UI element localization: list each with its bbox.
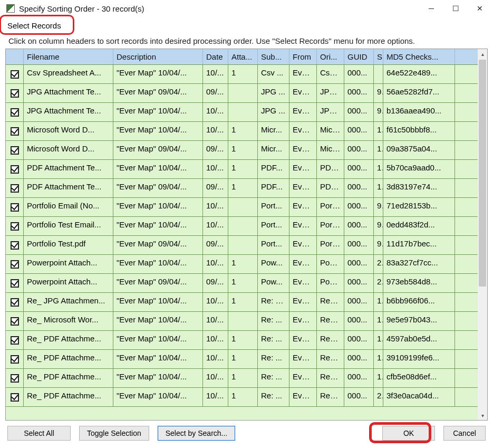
scroll-down-icon[interactable]: ▾ xyxy=(478,411,487,420)
header-md5[interactable]: MD5 Checks... xyxy=(383,49,455,64)
table-row[interactable]: Portfolio Test.pdf"Ever Map" 09/04/...09… xyxy=(6,236,487,255)
row-checkbox-cell[interactable] xyxy=(6,122,24,140)
maximize-button[interactable]: ☐ xyxy=(443,1,468,16)
table-row[interactable]: Powerpoint Attach..."Ever Map" 09/04/...… xyxy=(6,274,487,293)
checkbox-icon[interactable] xyxy=(11,203,19,212)
checkbox-icon[interactable] xyxy=(11,222,19,231)
checkbox-icon[interactable] xyxy=(11,374,19,383)
table-row[interactable]: JPG Attachment Te..."Ever Map" 09/04/...… xyxy=(6,84,487,103)
cell-md5: 3f3e0aca04d... xyxy=(383,388,455,406)
checkbox-icon[interactable] xyxy=(11,279,19,288)
cell-filename: Portfolio Test Email... xyxy=(24,217,113,235)
cell-filename: Re_ PDF Attachme... xyxy=(24,388,113,406)
row-checkbox-cell[interactable] xyxy=(6,198,24,216)
header-filename[interactable]: Filename xyxy=(24,49,113,64)
row-checkbox-cell[interactable] xyxy=(6,369,24,387)
row-checkbox-cell[interactable] xyxy=(6,255,24,273)
table-row[interactable]: Re_ JPG Attachmen..."Ever Map" 10/04/...… xyxy=(6,293,487,312)
table-row[interactable]: PDF Attachment Te..."Ever Map" 10/04/...… xyxy=(6,160,487,179)
table-row[interactable]: Portfolio Email (No..."Ever Map" 10/04/.… xyxy=(6,198,487,217)
checkbox-icon[interactable] xyxy=(11,241,19,250)
cell-original: Csv ... xyxy=(317,65,344,83)
header-from[interactable]: From xyxy=(289,49,317,64)
row-checkbox-cell[interactable] xyxy=(6,65,24,83)
cell-original: Micr... xyxy=(317,122,344,140)
checkbox-icon[interactable] xyxy=(11,393,19,402)
cell-md5: 71ed28153b... xyxy=(383,198,455,216)
table-row[interactable]: Microsoft Word D..."Ever Map" 09/04/...0… xyxy=(6,141,487,160)
select-by-search-button[interactable]: Select by Search... xyxy=(158,426,236,441)
header-subject[interactable]: Sub... xyxy=(258,49,289,64)
close-button[interactable]: ✕ xyxy=(468,1,492,16)
select-all-button[interactable]: Select All xyxy=(7,426,71,441)
grid-body[interactable]: Csv Spreadsheet A..."Ever Map" 10/04/...… xyxy=(6,65,487,420)
header-checkbox-col[interactable] xyxy=(6,49,24,64)
table-row[interactable]: Portfolio Test Email..."Ever Map" 10/04/… xyxy=(6,217,487,236)
header-s[interactable]: S xyxy=(374,49,383,64)
table-row[interactable]: Powerpoint Attach..."Ever Map" 10/04/...… xyxy=(6,255,487,274)
header-description[interactable]: Description xyxy=(113,49,203,64)
table-row[interactable]: PDF Attachment Te..."Ever Map" 09/04/...… xyxy=(6,179,487,198)
cell-guid: 000... xyxy=(344,350,374,368)
row-checkbox-cell[interactable] xyxy=(6,103,24,121)
header-attachment[interactable]: Atta... xyxy=(228,49,258,64)
checkbox-icon[interactable] xyxy=(11,336,19,345)
table-row[interactable]: Microsoft Word D..."Ever Map" 10/04/...1… xyxy=(6,122,487,141)
cell-subject: Pow... xyxy=(258,274,289,292)
row-checkbox-cell[interactable] xyxy=(6,236,24,254)
table-row[interactable]: Re_ Microsoft Wor..."Ever Map" 10/04/...… xyxy=(6,312,487,331)
cell-original: Re_ ... xyxy=(317,312,344,330)
table-row[interactable]: Re_ PDF Attachme..."Ever Map" 10/04/...1… xyxy=(6,388,487,407)
row-checkbox-cell[interactable] xyxy=(6,350,24,368)
row-checkbox-cell[interactable] xyxy=(6,84,24,102)
row-checkbox-cell[interactable] xyxy=(6,217,24,235)
cell-date: 10/... xyxy=(203,388,228,406)
table-row[interactable]: Re_ PDF Attachme..."Ever Map" 10/04/...1… xyxy=(6,331,487,350)
ok-button[interactable]: OK xyxy=(382,426,435,441)
checkbox-icon[interactable] xyxy=(11,127,19,136)
checkbox-icon[interactable] xyxy=(11,108,19,117)
toggle-selection-button[interactable]: Toggle Selection xyxy=(79,426,149,441)
checkbox-icon[interactable] xyxy=(11,70,19,79)
row-checkbox-cell[interactable] xyxy=(6,312,24,330)
checkbox-icon[interactable] xyxy=(11,165,19,174)
checkbox-icon[interactable] xyxy=(11,260,19,269)
row-checkbox-cell[interactable] xyxy=(6,388,24,406)
cancel-button[interactable]: Cancel xyxy=(443,426,486,441)
row-checkbox-cell[interactable] xyxy=(6,274,24,292)
checkbox-icon[interactable] xyxy=(11,89,19,98)
header-original[interactable]: Ori... xyxy=(317,49,344,64)
scroll-up-icon[interactable]: ▴ xyxy=(478,49,487,59)
cell-guid: 000... xyxy=(344,141,374,159)
table-row[interactable]: Re_ PDF Attachme..."Ever Map" 10/04/...1… xyxy=(6,369,487,388)
menu-select-records[interactable]: Select Records xyxy=(2,18,66,33)
vertical-scrollbar[interactable]: ▴ ▾ xyxy=(478,49,487,420)
cell-from: Ever... xyxy=(289,122,317,140)
checkbox-icon[interactable] xyxy=(11,298,19,307)
cell-original: Re_ ... xyxy=(317,369,344,387)
minimize-button[interactable]: ─ xyxy=(419,1,443,16)
cell-original: PDF... xyxy=(317,179,344,197)
checkbox-icon[interactable] xyxy=(11,146,19,155)
checkbox-icon[interactable] xyxy=(11,317,19,326)
cell-date: 10/... xyxy=(203,65,228,83)
table-row[interactable]: JPG Attachment Te..."Ever Map" 10/04/...… xyxy=(6,103,487,122)
cell-attachment: 1 xyxy=(228,274,258,292)
cell-attachment: 1 xyxy=(228,388,258,406)
row-checkbox-cell[interactable] xyxy=(6,331,24,349)
header-date[interactable]: Date xyxy=(203,49,228,64)
cell-guid: 000... xyxy=(344,179,374,197)
row-checkbox-cell[interactable] xyxy=(6,141,24,159)
header-guid[interactable]: GUID xyxy=(344,49,374,64)
cell-from: Ever... xyxy=(289,312,317,330)
checkbox-icon[interactable] xyxy=(11,355,19,364)
row-checkbox-cell[interactable] xyxy=(6,293,24,311)
cell-s: 1 xyxy=(374,179,383,197)
checkbox-icon[interactable] xyxy=(11,184,19,193)
row-checkbox-cell[interactable] xyxy=(6,160,24,178)
scroll-thumb[interactable] xyxy=(479,60,486,287)
table-row[interactable]: Re_ PDF Attachme..."Ever Map" 10/04/...1… xyxy=(6,350,487,369)
table-row[interactable]: Csv Spreadsheet A..."Ever Map" 10/04/...… xyxy=(6,65,487,84)
cell-s: 1 xyxy=(374,293,383,311)
row-checkbox-cell[interactable] xyxy=(6,179,24,197)
